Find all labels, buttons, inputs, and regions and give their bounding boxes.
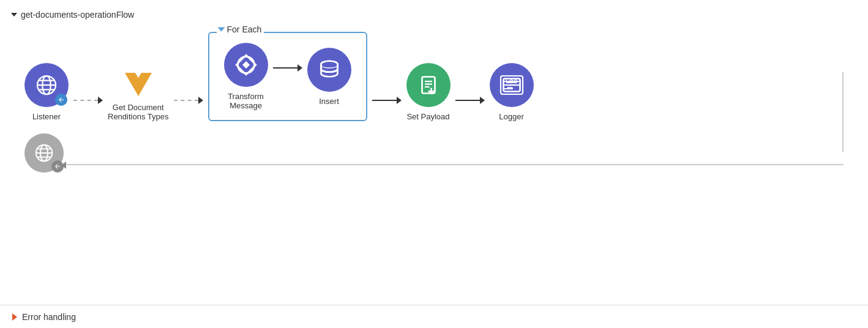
transform-label: TransformMessage — [228, 92, 264, 110]
listener-node[interactable]: Listener — [24, 63, 69, 121]
transform-icon-circle — [224, 43, 268, 87]
for-each-box: For Each TransformMessage — [208, 32, 367, 121]
globe-icon — [36, 74, 58, 96]
transform-node[interactable]: TransformMessage — [224, 43, 268, 110]
svg-text:LOG: LOG — [506, 78, 518, 84]
arrow-3 — [273, 64, 302, 72]
error-handling-bar[interactable]: Error handling — [0, 305, 868, 328]
insert-icon-circle — [307, 48, 351, 92]
listener-icon-circle — [24, 63, 69, 107]
arrow-1 — [73, 97, 103, 104]
arrow-4 — [372, 97, 402, 104]
return-arrow-left — [61, 162, 66, 169]
bottom-listener-node[interactable] — [24, 133, 64, 173]
set-payload-icon — [417, 74, 440, 96]
flow-name: get-documents-operationFlow — [21, 10, 134, 20]
return-line-right — [842, 72, 844, 152]
transform-symbol — [234, 53, 258, 77]
set-payload-node[interactable]: Set Payload — [406, 63, 451, 121]
main-flow-row: Listener Get DocumentRenditions Types Fo… — [12, 32, 856, 121]
logger-node[interactable]: LOG Logger — [490, 63, 534, 121]
bottom-listener-circle — [24, 133, 64, 173]
set-payload-label: Set Payload — [406, 112, 449, 121]
arrow-5 — [455, 97, 485, 104]
collapse-triangle[interactable] — [11, 13, 17, 17]
get-document-node[interactable]: Get DocumentRenditions Types — [108, 71, 169, 121]
loop-return-area — [24, 133, 856, 182]
return-line — [66, 164, 844, 165]
arrow-2 — [174, 97, 203, 104]
logger-label: Logger — [499, 112, 523, 121]
for-each-triangle — [217, 28, 225, 32]
get-document-label: Get DocumentRenditions Types — [108, 103, 169, 121]
bottom-globe-icon — [34, 143, 54, 163]
error-triangle-icon — [12, 313, 17, 321]
error-handling-label: Error handling — [22, 312, 76, 322]
log-symbol: LOG — [498, 71, 526, 99]
insert-node[interactable]: Insert — [307, 48, 351, 106]
insert-label: Insert — [319, 97, 339, 106]
set-payload-icon-circle — [406, 63, 451, 107]
listener-label: Listener — [32, 112, 61, 121]
flow-container: get-documents-operationFlow Liste — [0, 0, 868, 328]
vuejs-icon — [125, 71, 152, 98]
for-each-label: For Each — [217, 24, 264, 34]
listener-sub-icon — [55, 94, 67, 106]
database-icon — [318, 59, 340, 81]
flow-title: get-documents-operationFlow — [12, 10, 856, 20]
logger-icon-circle: LOG — [490, 63, 534, 107]
